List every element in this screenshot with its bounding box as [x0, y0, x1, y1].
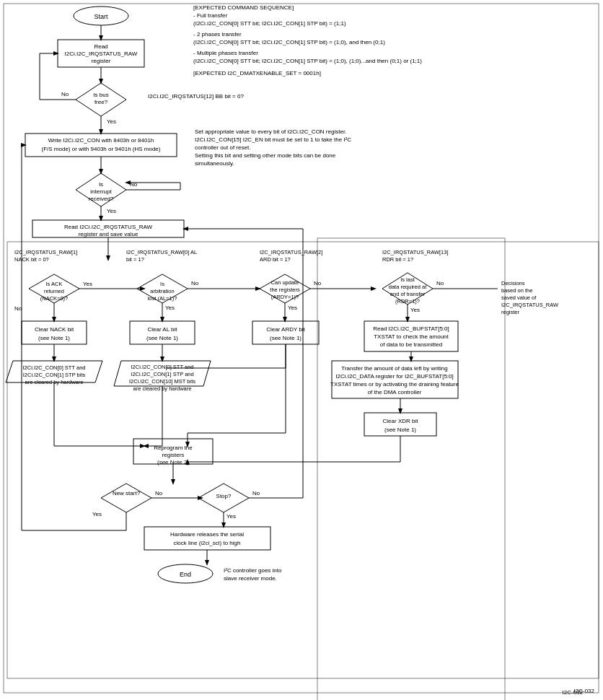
svg-text:Clear NACK bit: Clear NACK bit [35, 326, 74, 333]
svg-text:[EXPECTED I2C_DMATXENABLE_SET : [EXPECTED I2C_DMATXENABLE_SET = 0001h] [193, 70, 321, 76]
svg-text:(see Note 1): (see Note 1) [38, 335, 70, 341]
svg-text:I2Ci.I2C_IRQSTATUS_RAW: I2Ci.I2C_IRQSTATUS_RAW [65, 51, 138, 57]
svg-text:register: register [501, 309, 520, 315]
svg-text:(RDR=1)?: (RDR=1)? [395, 298, 420, 305]
svg-text:Read I2Ci.I2C_BUFSTAT[5:0]: Read I2Ci.I2C_BUFSTAT[5:0] [373, 325, 449, 332]
svg-text:I2Ci.I2C_IRQSTATUS[12] BB bit : I2Ci.I2C_IRQSTATUS[12] BB bit = 0? [148, 93, 244, 100]
svg-text:(F/S mode) or with 9403h or 94: (F/S mode) or with 9403h or 9401h (HS mo… [42, 146, 161, 152]
svg-text:register and save value: register and save value [79, 231, 138, 237]
svg-text:No: No [436, 280, 444, 286]
svg-text:No: No [314, 280, 322, 286]
svg-text:[EXPECTED COMMAND SEQUENCE]: [EXPECTED COMMAND SEQUENCE] [193, 4, 294, 11]
svg-text:Clear XDR bit: Clear XDR bit [383, 418, 419, 424]
svg-text:register: register [92, 58, 111, 64]
svg-rect-133 [133, 439, 213, 464]
svg-text:I2C_IRQSTATUS_RAW: I2C_IRQSTATUS_RAW [501, 302, 559, 308]
svg-text:Yes: Yes [410, 307, 420, 313]
svg-point-0 [74, 6, 128, 25]
svg-rect-3 [58, 40, 144, 67]
svg-marker-49 [29, 274, 79, 303]
svg-text:Is ACK: Is ACK [46, 281, 63, 287]
svg-marker-65 [260, 274, 310, 303]
svg-text:(see Note 1): (see Note 1) [384, 426, 416, 433]
svg-text:No: No [252, 490, 260, 496]
svg-text:I2Ci.I2C_CON[15] I2C_EN bit mu: I2Ci.I2C_CON[15] I2C_EN bit must be set … [195, 136, 351, 143]
svg-text:I2Ci.I2C_DATA register for I2C: I2Ci.I2C_DATA register for I2C_BUFSTAT[5… [335, 373, 453, 380]
svg-text:End: End [180, 571, 191, 578]
svg-text:data required at: data required at [389, 284, 427, 290]
svg-text:- Multiple phases transfer: - Multiple phases transfer [193, 50, 258, 56]
svg-text:Read: Read [94, 43, 107, 50]
svg-rect-93 [252, 321, 319, 344]
svg-rect-87 [22, 321, 87, 344]
svg-text:Is: Is [160, 281, 164, 287]
svg-text:RDR bit = 1?: RDR bit = 1? [382, 256, 413, 263]
svg-text:registers: registers [162, 452, 185, 458]
svg-text:based on the: based on the [501, 287, 532, 294]
svg-rect-173 [4, 4, 599, 693]
svg-rect-18 [25, 134, 177, 157]
svg-text:I2Ci.I2C_CON[10] MST bits: I2Ci.I2C_CON[10] MST bits [129, 378, 195, 385]
svg-text:New start?: New start? [113, 490, 141, 496]
svg-text:No: No [61, 91, 69, 97]
svg-text:lost (AL=1)?: lost (AL=1)? [148, 295, 177, 302]
svg-text:end of transfer: end of transfer [390, 291, 426, 297]
svg-text:returned: returned [44, 288, 64, 294]
svg-marker-138 [101, 484, 151, 512]
svg-rect-155 [144, 527, 270, 550]
svg-text:interrupt: interrupt [90, 188, 112, 195]
svg-text:I2C_IRQSTATUS_RAW[0] AL: I2C_IRQSTATUS_RAW[0] AL [126, 249, 197, 255]
svg-rect-119 [364, 413, 436, 436]
svg-marker-57 [137, 274, 188, 303]
svg-text:Yes: Yes [165, 305, 175, 311]
svg-rect-174 [7, 242, 599, 678]
svg-text:Is: Is [99, 181, 103, 188]
svg-text:Read I2Ci.I2C_IRQSTATUS_RAW: Read I2Ci.I2C_IRQSTATUS_RAW [64, 224, 153, 230]
svg-marker-27 [76, 173, 126, 206]
svg-text:(NACK=0)?: (NACK=0)? [40, 295, 69, 302]
svg-text:bit = 1?: bit = 1? [126, 256, 144, 263]
svg-text:I2Ci.I2C_CON[0] STT and: I2Ci.I2C_CON[0] STT and [131, 364, 194, 370]
svg-marker-102 [6, 361, 102, 382]
svg-text:ARD bit = 1?: ARD bit = 1? [260, 256, 291, 263]
svg-marker-8 [76, 83, 126, 116]
page-id: I2C-032 [574, 688, 594, 694]
svg-text:Is bus: Is bus [93, 92, 108, 98]
svg-text:NACK bit = 0?: NACK bit = 0? [14, 256, 49, 263]
svg-text:- 2 phases transfer: - 2 phases transfer [193, 31, 242, 38]
svg-text:Stop?: Stop? [216, 493, 232, 499]
svg-text:I2C_IRQSTATUS_RAW[2]: I2C_IRQSTATUS_RAW[2] [260, 249, 322, 255]
svg-text:the registers: the registers [270, 286, 300, 293]
svg-text:arbitration: arbitration [150, 288, 174, 294]
svg-text:I2Ci.I2C_CON[1] STP bits: I2Ci.I2C_CON[1] STP bits [23, 372, 86, 378]
svg-rect-96 [364, 321, 458, 351]
svg-text:No: No [14, 305, 22, 312]
svg-text:Can update: Can update [271, 279, 299, 286]
svg-text:(ARDY=1)?: (ARDY=1)? [271, 294, 299, 300]
svg-marker-106 [114, 361, 211, 386]
svg-text:received?: received? [89, 196, 114, 202]
svg-marker-147 [198, 484, 249, 512]
svg-text:Is last: Is last [400, 276, 415, 283]
svg-text:simultaneously.: simultaneously. [195, 160, 234, 167]
svg-rect-111 [332, 361, 458, 398]
svg-text:Decisions: Decisions [501, 280, 525, 286]
svg-text:- Full transfer: - Full transfer [193, 12, 227, 19]
svg-text:Yes: Yes [107, 118, 116, 125]
svg-text:TXSTAT times or by activating : TXSTAT times or by activating the draini… [330, 381, 459, 388]
svg-text:Setting this bit and setting o: Setting this bit and setting other mode … [195, 152, 336, 159]
svg-text:Yes: Yes [226, 513, 236, 520]
svg-text:(see Note 1): (see Note 1) [270, 335, 302, 341]
svg-text:are cleared by hardware: are cleared by hardware [25, 379, 84, 385]
svg-text:Write I2Ci.I2C_CON with 8403h : Write I2Ci.I2C_CON with 8403h or 8401h [48, 137, 154, 144]
svg-text:slave receiver mode.: slave receiver mode. [224, 575, 277, 582]
svg-text:Yes: Yes [107, 208, 116, 214]
svg-rect-37 [32, 220, 184, 237]
svg-text:I2C_IRQSTATUS_RAW[1]: I2C_IRQSTATUS_RAW[1] [14, 249, 77, 255]
svg-point-159 [158, 564, 213, 583]
svg-text:Clear ARDY bit: Clear ARDY bit [266, 326, 305, 333]
svg-text:of the DMA controller: of the DMA controller [368, 389, 422, 395]
svg-text:I2Ci.I2C_CON[1] STP and: I2Ci.I2C_CON[1] STP and [131, 371, 193, 377]
svg-text:saved value of: saved value of [501, 294, 537, 301]
svg-text:Reprogram the: Reprogram the [154, 445, 193, 451]
